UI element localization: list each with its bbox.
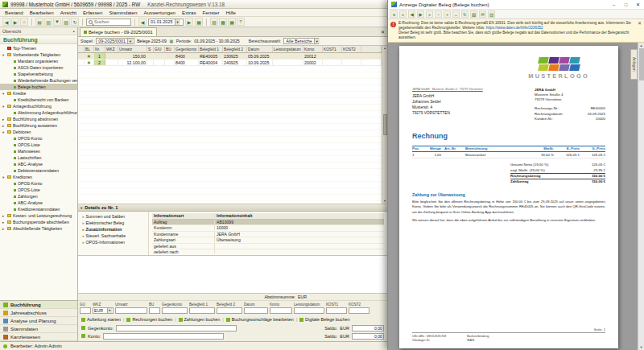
stapel-select[interactable]: 09-2025/0001 ▼ [96, 38, 134, 44]
new-doc-icon[interactable]: ▤ [35, 18, 43, 26]
sidebar-item-stapelverarbeitung[interactable]: Stapelverarbeitung [0, 71, 77, 77]
sidebar-item-debitorenstammdaten[interactable]: Debitorenstammdaten [0, 167, 77, 174]
column-header[interactable]: Belegfeld 1 [199, 46, 223, 52]
sidebar-item-buchführung-auswerten[interactable]: ▸Buchführung auswerten [0, 122, 77, 129]
save-icon[interactable]: ▼ [53, 18, 61, 26]
chart-icon[interactable]: ▧ [210, 18, 218, 26]
column-header[interactable]: Konto [303, 46, 323, 52]
details-header[interactable]: ▾ Details zu Nr. 1 [78, 204, 387, 212]
collapse-icon[interactable]: ▾ [2, 130, 6, 134]
pin-icon[interactable]: ▪ [73, 29, 75, 34]
input-umsatz[interactable] [115, 307, 147, 314]
first-page-icon[interactable]: « [399, 10, 407, 18]
input-wkz[interactable]: EUR▼ [93, 307, 114, 314]
search-input[interactable]: Suchen [86, 19, 131, 26]
column-header[interactable]: Leistungsdatum [273, 46, 303, 52]
back-icon[interactable]: ◀ [2, 18, 10, 26]
sidebar-item-abschließende-tätigkeiten[interactable]: ▸Abschließende Tätigkeiten [0, 225, 77, 232]
details-row[interactable]: KundennameJERA GmbH [152, 232, 384, 238]
sidebar-item-anlagenbuchführung[interactable]: ▾Anlagenbuchführung [0, 103, 77, 109]
sidebar-item-zahlungen[interactable]: Zahlungen [0, 193, 77, 200]
sidebar-item-mahnwesen[interactable]: Mahnwesen [0, 148, 77, 154]
column-header[interactable] [78, 46, 85, 52]
home-icon[interactable]: ⌂ [20, 18, 28, 26]
sidebar-item-opos-liste[interactable]: OPOS-Liste [0, 187, 77, 193]
viewer-scrollbar[interactable]: ▲ ▼ [638, 43, 644, 350]
column-header[interactable] [361, 46, 382, 52]
rotate-icon[interactable]: ↻ [461, 10, 469, 18]
booking-row[interactable]: ▣1150,008400RE4000523092505.09.202520012 [78, 53, 382, 60]
menu-fenster[interactable]: Fenster [200, 10, 223, 15]
input-bu[interactable] [149, 307, 160, 314]
sidebar-item-wiederkehrende-buchungen-verarbeiten[interactable]: Wiederkehrende Buchungen verarbeiten [0, 77, 77, 84]
folder-icon[interactable]: ▥ [44, 18, 52, 26]
sidebar-item-kreditübersicht-von-banken[interactable]: Kreditübersicht von Banken [0, 97, 77, 103]
beleg-link-icon[interactable]: ▣ [85, 60, 94, 65]
details-tab-elektronischer-beleg[interactable]: »Elektronischer Beleg [78, 220, 148, 226]
sidebar-item-opos-konto[interactable]: OPOS-Konto [0, 180, 77, 187]
menu-bearbeiten[interactable]: Bearbeiten [27, 10, 57, 15]
input-kost1[interactable] [326, 307, 347, 314]
details-row[interactable]: geliefert aus [152, 244, 384, 250]
refresh-icon[interactable]: ↻ [71, 18, 79, 26]
detach-icon[interactable]: ▤ [488, 10, 495, 18]
column-header[interactable]: G/U [154, 46, 165, 52]
zoom-in-icon[interactable]: + [444, 10, 451, 18]
column-header[interactable]: Datum [247, 46, 273, 52]
module-stammdaten[interactable]: Stammdaten [0, 325, 77, 333]
banner-close-icon[interactable]: ✕ [638, 21, 642, 27]
sidebar-item-buchungsperiode-abschließen[interactable]: ▸Buchungsperiode abschließen [0, 219, 77, 225]
menu-hilfe[interactable]: Hilfe [223, 10, 239, 15]
module-jahresabschluss[interactable]: Jahresabschluss [0, 309, 77, 317]
sidebar-item-lastschriften[interactable]: Lastschriften [0, 154, 77, 161]
table-icon[interactable]: ▦ [228, 18, 236, 26]
menu-auswertungen[interactable]: Auswertungen [140, 10, 179, 15]
collapse-icon[interactable]: ▾ [80, 206, 82, 210]
menu-icon[interactable]: ≡ [390, 10, 398, 18]
column-header[interactable]: S [147, 46, 154, 52]
collapse-icon[interactable]: ▾ [2, 53, 6, 57]
scroll-down-icon[interactable]: ▼ [640, 345, 643, 349]
tab-belege-buchen[interactable]: Belege buchen - 09-2025/0001 [80, 27, 157, 36]
sidebar-item-opos-konto[interactable]: OPOS-Konto [0, 135, 77, 142]
menu-bestand[interactable]: Bestand [2, 10, 27, 15]
action-zahlungen-buchen[interactable]: Zahlungen buchen [179, 317, 221, 322]
warning-link[interactable]: https://www.datev.de/hilfe/1036352 [486, 26, 543, 30]
column-header[interactable]: Umsatz [118, 46, 147, 52]
menu-erfassen[interactable]: Erfassen [80, 10, 105, 15]
print-icon[interactable]: ▨ [470, 10, 477, 18]
grid-scrollbar[interactable]: ▲ ▼ [382, 46, 387, 204]
scroll-up-icon[interactable]: ▲ [383, 47, 386, 50]
module-analyse-und-planung[interactable]: Analyse und Planung [0, 317, 77, 325]
sidebar-item-abc-analyse[interactable]: ABC-Analyse [0, 161, 77, 167]
sidebar-item-kosten-und-leistungsrechnung[interactable]: ▸Kosten- und Leistungsrechnung [0, 212, 77, 219]
scroll-up-icon[interactable]: ▲ [640, 43, 643, 47]
collapse-icon[interactable]: ▾ [2, 92, 6, 96]
expand-icon[interactable]: ▸ [2, 220, 6, 224]
module-kanzleiwesen[interactable]: Kanzleiwesen [0, 333, 77, 341]
input-gu[interactable] [80, 307, 91, 314]
details-row[interactable]: Kundennr.10000 [152, 225, 384, 232]
zoom-fit-icon[interactable]: ↔ [452, 10, 460, 18]
sidebar-item-kredite[interactable]: ▾Kredite [0, 90, 77, 97]
menu-extras[interactable]: Extras [179, 10, 200, 15]
column-header[interactable]: WKZ [105, 46, 118, 52]
period-forward-icon[interactable]: ▶ [185, 18, 193, 26]
expand-icon[interactable]: ▸ [2, 227, 6, 231]
scroll-down-icon[interactable]: ▼ [383, 200, 386, 203]
forward-icon[interactable]: ▶ [11, 18, 19, 26]
beleg-link-icon[interactable]: ▣ [85, 53, 94, 59]
zoom-out-icon[interactable]: − [435, 10, 442, 18]
expand-icon[interactable]: ▸ [2, 117, 6, 121]
details-tab-opos-informationen[interactable]: »OPOS-Informationen [78, 239, 148, 245]
attachments-tab[interactable]: Anlagen [630, 49, 638, 80]
collapse-icon[interactable]: ▾ [2, 105, 6, 109]
sidebar-item-debitoren[interactable]: ▾Debitoren [0, 129, 77, 135]
action-digitale-belege-buchen[interactable]: Digitale Belege buchen [299, 317, 349, 322]
menu-stammdaten[interactable]: Stammdaten [105, 10, 140, 15]
sidebar-item-opos-liste[interactable]: OPOS-Liste [0, 142, 77, 148]
period-back-icon[interactable]: ◀ [138, 18, 147, 26]
details-row[interactable]: ZahlungsartÜberweisung [152, 237, 384, 244]
input-kost2[interactable] [349, 307, 369, 314]
expand-icon[interactable]: ▸ [2, 214, 6, 218]
